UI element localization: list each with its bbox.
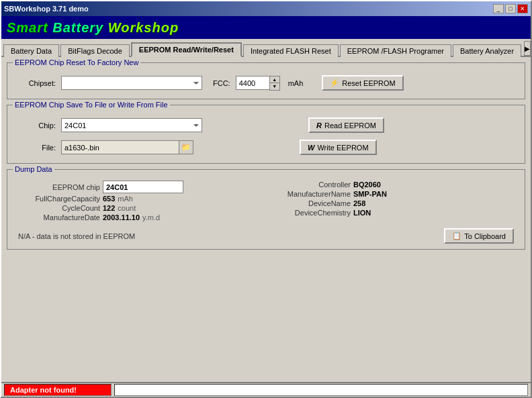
app-logo: Smart Battery Workshop bbox=[7, 20, 179, 36]
dump-data-title: Dump Data bbox=[13, 165, 54, 173]
fcc-spinbox: 4400 ▲ ▼ bbox=[236, 76, 280, 91]
chip-label: Chip: bbox=[15, 121, 56, 130]
dump-unit-cycle: count bbox=[118, 204, 136, 212]
dump-grid: EEPROM chip 24C01 FullChargeCapacity 653… bbox=[15, 181, 517, 223]
write-icon: W bbox=[308, 144, 314, 152]
dump-label-mfg-name: ManufacturerName bbox=[266, 190, 353, 198]
dump-label-device-name: DeviceName bbox=[266, 199, 353, 207]
chip-select-wrapper: 24C01 bbox=[61, 118, 202, 132]
fcc-spin-down[interactable]: ▼ bbox=[270, 83, 279, 90]
clipboard-icon: 📋 bbox=[452, 232, 461, 240]
eeprom-file-group: EEPROM Chip Save To File or Write From F… bbox=[7, 105, 525, 164]
close-button[interactable]: ✕ bbox=[517, 4, 528, 13]
dump-label-device-chem: DeviceChemistry bbox=[266, 209, 353, 217]
fcc-spin-up[interactable]: ▲ bbox=[270, 77, 279, 83]
dump-row-controller: Controller BQ2060 bbox=[266, 181, 517, 189]
nva-text: N/A - data is not stored in EEPROM bbox=[18, 232, 135, 240]
tab-battery-data[interactable]: Battery Data bbox=[3, 44, 59, 57]
reset-eeprom-button[interactable]: ⚡ Reset EEPROM bbox=[322, 75, 403, 91]
eeprom-reset-group: EEPROM Chip Reset To Factory New Chipset… bbox=[7, 62, 525, 99]
dump-row-mfg-name: ManufacturerName SMP-PAN bbox=[266, 190, 517, 198]
minimize-button[interactable]: _ bbox=[493, 4, 504, 13]
dump-bottom-row: N/A - data is not stored in EEPROM 📋 To … bbox=[15, 228, 517, 244]
clipboard-button[interactable]: 📋 To Clipboard bbox=[444, 228, 514, 244]
chip-select[interactable]: 24C01 bbox=[61, 118, 202, 132]
eeprom-file-title: EEPROM Chip Save To File or Write From F… bbox=[13, 101, 170, 109]
dump-value-controller: BQ2060 bbox=[353, 181, 381, 189]
mah-label: mAh bbox=[288, 79, 304, 87]
file-browse-button[interactable]: 📁 bbox=[179, 140, 193, 154]
write-eeprom-button[interactable]: W Write EEPROM bbox=[300, 140, 377, 155]
file-input[interactable]: a1630-.bin bbox=[61, 140, 179, 154]
dump-label-cycle: CycleCount bbox=[15, 204, 103, 212]
window-title: SBWorkshop 3.71 demo bbox=[4, 5, 89, 13]
dump-right-col: Controller BQ2060 ManufacturerName SMP-P… bbox=[266, 181, 517, 223]
fcc-label: FCC: bbox=[213, 79, 230, 87]
fcc-spinbox-buttons: ▲ ▼ bbox=[269, 76, 280, 91]
dump-value-fcc: 653 bbox=[103, 195, 115, 203]
chip-row: Chip: 24C01 R Read EEPROM bbox=[15, 117, 517, 133]
dump-label-mfg-date: ManufactureDate bbox=[15, 213, 103, 221]
tab-bitflags[interactable]: BitFlags Decode bbox=[60, 44, 130, 57]
dump-label-fcc: FullChargeCapacity bbox=[15, 195, 103, 203]
read-eeprom-button[interactable]: R Read EEPROM bbox=[308, 117, 384, 133]
dump-value-eeprom-chip: 24C01 bbox=[103, 181, 183, 193]
dump-row-fcc: FullChargeCapacity 653 mAh bbox=[15, 195, 266, 203]
dump-row-device-name: DeviceName 258 bbox=[266, 199, 517, 207]
dump-row-device-chem: DeviceChemistry LION bbox=[266, 209, 517, 217]
eeprom-reset-title: EEPROM Chip Reset To Factory New bbox=[13, 58, 140, 66]
dump-row-mfg-date: ManufactureDate 2003.11.10 y.m.d bbox=[15, 213, 266, 221]
status-left: Adapter not found! bbox=[4, 384, 112, 396]
dump-value-mfg-name: SMP-PAN bbox=[353, 190, 387, 198]
dump-label-eeprom-chip: EEPROM chip bbox=[15, 183, 103, 191]
title-bar: SBWorkshop 3.71 demo _ □ ✕ bbox=[1, 1, 531, 16]
tab-eeprom-rw[interactable]: EEPROM Read/Write/Reset bbox=[131, 42, 242, 57]
tab-flash-programmer[interactable]: EEPROM /FLASH Programer bbox=[340, 44, 451, 57]
status-bar: Adapter not found! bbox=[1, 382, 531, 397]
chipset-label: Chipset: bbox=[15, 79, 56, 87]
dump-row-eeprom-chip: EEPROM chip 24C01 bbox=[15, 181, 266, 193]
tabs-scroll-right[interactable]: ▶ bbox=[524, 41, 531, 56]
status-right bbox=[114, 384, 528, 396]
dump-label-controller: Controller bbox=[266, 181, 353, 189]
dump-value-mfg-date: 2003.11.10 bbox=[103, 213, 140, 221]
tabs-bar: Battery Data BitFlags Decode EEPROM Read… bbox=[1, 39, 531, 57]
dump-value-device-chem: LION bbox=[353, 209, 371, 217]
file-label: File: bbox=[15, 144, 56, 152]
dump-data-group: Dump Data EEPROM chip 24C01 FullChargeCa… bbox=[7, 169, 525, 250]
maximize-button[interactable]: □ bbox=[505, 4, 516, 13]
dump-left-col: EEPROM chip 24C01 FullChargeCapacity 653… bbox=[15, 181, 266, 223]
tab-battery-analyzer[interactable]: Battery Analyzer bbox=[453, 44, 521, 57]
dump-unit-fcc: mAh bbox=[118, 195, 133, 203]
dump-unit-mfg-date: y.m.d bbox=[142, 213, 160, 221]
fcc-input[interactable]: 4400 bbox=[236, 76, 269, 90]
window-controls[interactable]: _ □ ✕ bbox=[493, 4, 528, 13]
logo-bar: Smart Battery Workshop bbox=[1, 16, 531, 39]
dump-value-cycle: 122 bbox=[103, 204, 115, 212]
read-icon: R bbox=[316, 121, 322, 130]
file-input-group: a1630-.bin 📁 bbox=[61, 140, 193, 154]
file-row: File: a1630-.bin 📁 W Write EEPROM bbox=[15, 140, 517, 155]
chipset-select-wrapper bbox=[61, 76, 202, 90]
tab-flash-reset[interactable]: Integrated FLASH Reset bbox=[243, 44, 339, 57]
chipset-select[interactable] bbox=[61, 76, 202, 90]
dump-value-device-name: 258 bbox=[353, 199, 365, 207]
dump-row-cycle: CycleCount 122 count bbox=[15, 204, 266, 212]
main-content: EEPROM Chip Reset To Factory New Chipset… bbox=[1, 57, 531, 397]
lightning-icon: ⚡ bbox=[330, 79, 339, 87]
chipset-row: Chipset: FCC: 4400 ▲ ▼ mAh ⚡ bbox=[15, 75, 517, 91]
